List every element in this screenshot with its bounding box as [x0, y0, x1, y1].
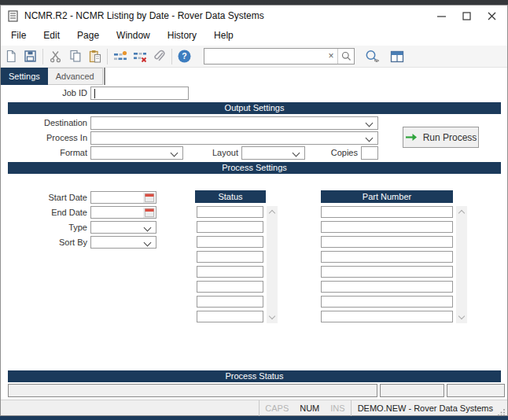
menu-bar: File Edit Page Window History Help: [1, 26, 507, 46]
process-in-dropdown[interactable]: [90, 131, 378, 145]
part-number-list-row[interactable]: [321, 266, 453, 278]
svg-text:?: ?: [182, 51, 186, 61]
format-label: Format: [7, 146, 87, 160]
tab-strip-edge: [104, 68, 105, 85]
copy-icon[interactable]: [65, 47, 85, 66]
clear-search-icon[interactable]: ×: [325, 49, 337, 64]
attachment-icon[interactable]: [149, 47, 169, 66]
toolbar-separator: [107, 49, 108, 64]
tab-strip: Settings Advanced: [1, 68, 105, 85]
start-date-label: Start Date: [7, 191, 87, 204]
status-bar: CAPS NUM INS DEMO.NEW - Rover Data Syste…: [1, 400, 507, 415]
num-lock-indicator: NUM: [294, 403, 325, 413]
chevron-down-icon: [366, 134, 374, 142]
resize-grip-icon[interactable]: [498, 400, 507, 416]
calendar-icon[interactable]: [143, 208, 155, 218]
status-list-row[interactable]: [197, 206, 263, 218]
part-number-list-row[interactable]: [321, 296, 453, 308]
destination-label: Destination: [7, 116, 87, 130]
delete-record-icon[interactable]: [130, 47, 149, 66]
desktop: NCMR.R2 - NCMR Listing by Date - Rover D…: [0, 0, 508, 420]
status-list-row[interactable]: [197, 266, 263, 278]
chevron-down-icon: [366, 120, 374, 127]
tab-advanced[interactable]: Advanced: [48, 68, 103, 85]
end-date-label: End Date: [7, 206, 87, 219]
run-process-label: Run Process: [423, 132, 477, 143]
session-info: DEMO.NEW - Rover Data Systems: [352, 403, 498, 413]
process-status-field-3: [447, 384, 505, 397]
output-settings-header: Output Settings: [8, 102, 501, 114]
menu-window[interactable]: Window: [108, 26, 159, 46]
process-status-field-2: [380, 384, 444, 397]
app-window: NCMR.R2 - NCMR Listing by Date - Rover D…: [0, 5, 508, 416]
start-date-input[interactable]: [90, 191, 156, 204]
status-list-row[interactable]: [197, 281, 263, 293]
copies-input[interactable]: [361, 146, 378, 160]
run-process-button[interactable]: Run Process: [403, 127, 479, 148]
sort-by-dropdown[interactable]: [90, 236, 156, 249]
part-number-list-header: Part Number: [321, 190, 453, 203]
chevron-down-icon: [171, 149, 179, 157]
menu-file[interactable]: File: [2, 26, 35, 46]
document-icon: [8, 10, 18, 22]
process-settings-header: Process Settings: [8, 162, 501, 174]
cut-icon[interactable]: [46, 47, 65, 66]
menu-help[interactable]: Help: [205, 26, 242, 46]
tab-settings[interactable]: Settings: [1, 68, 48, 85]
process-status-header: Process Status: [8, 370, 501, 382]
find-preview-icon[interactable]: [363, 47, 382, 66]
maximize-button[interactable]: [454, 6, 479, 26]
status-list-row[interactable]: [197, 251, 263, 263]
scroll-up-icon[interactable]: [458, 210, 465, 216]
close-button[interactable]: [479, 6, 504, 26]
part-number-list-row[interactable]: [321, 206, 453, 218]
end-date-input[interactable]: [90, 206, 156, 219]
search-icon[interactable]: [337, 49, 354, 64]
title-bar[interactable]: NCMR.R2 - NCMR Listing by Date - Rover D…: [1, 6, 507, 26]
part-number-list-row[interactable]: [321, 281, 453, 293]
status-list-row[interactable]: [197, 311, 263, 322]
window-layout-icon[interactable]: [387, 47, 407, 66]
type-label: Type: [7, 221, 87, 234]
insert-record-icon[interactable]: [110, 47, 130, 66]
type-dropdown[interactable]: [90, 221, 156, 234]
part-number-list-row[interactable]: [321, 221, 453, 233]
process-status-progress: [8, 384, 377, 397]
format-dropdown[interactable]: [90, 146, 183, 160]
paste-icon[interactable]: [85, 47, 105, 66]
part-number-list-row[interactable]: [321, 236, 453, 248]
part-number-scrollbar[interactable]: [456, 206, 467, 323]
part-number-list-row[interactable]: [321, 311, 453, 322]
toolbar: ? ×: [1, 46, 507, 68]
sort-by-label: Sort By: [7, 236, 87, 249]
status-list-row[interactable]: [197, 296, 263, 308]
minimize-button[interactable]: [429, 6, 454, 26]
chevron-down-icon: [144, 239, 152, 247]
new-document-icon[interactable]: [1, 47, 20, 66]
text-caret: [94, 89, 95, 98]
save-icon[interactable]: [20, 47, 40, 66]
job-id-input[interactable]: [90, 87, 189, 100]
help-icon[interactable]: ?: [175, 47, 194, 66]
process-in-label: Process In: [7, 131, 87, 145]
destination-dropdown[interactable]: [90, 116, 378, 130]
scroll-up-icon[interactable]: [269, 210, 275, 216]
scroll-down-icon[interactable]: [458, 313, 465, 319]
menu-history[interactable]: History: [159, 26, 205, 46]
calendar-icon[interactable]: [143, 193, 155, 203]
status-scrollbar[interactable]: [267, 206, 278, 323]
toolbar-separator: [171, 49, 172, 64]
status-list-row[interactable]: [197, 236, 263, 248]
part-number-list-row[interactable]: [321, 251, 453, 263]
copies-label: Copies: [314, 146, 358, 160]
menu-page[interactable]: Page: [68, 26, 108, 46]
chevron-down-icon: [144, 224, 152, 232]
search-input[interactable]: [204, 50, 325, 62]
window-title: NCMR.R2 - NCMR Listing by Date - Rover D…: [24, 10, 264, 21]
status-list-row[interactable]: [197, 221, 263, 233]
layout-dropdown[interactable]: [241, 146, 305, 160]
search-box: ×: [204, 48, 355, 64]
chevron-down-icon: [293, 149, 300, 157]
menu-edit[interactable]: Edit: [35, 26, 68, 46]
scroll-down-icon[interactable]: [269, 313, 275, 319]
